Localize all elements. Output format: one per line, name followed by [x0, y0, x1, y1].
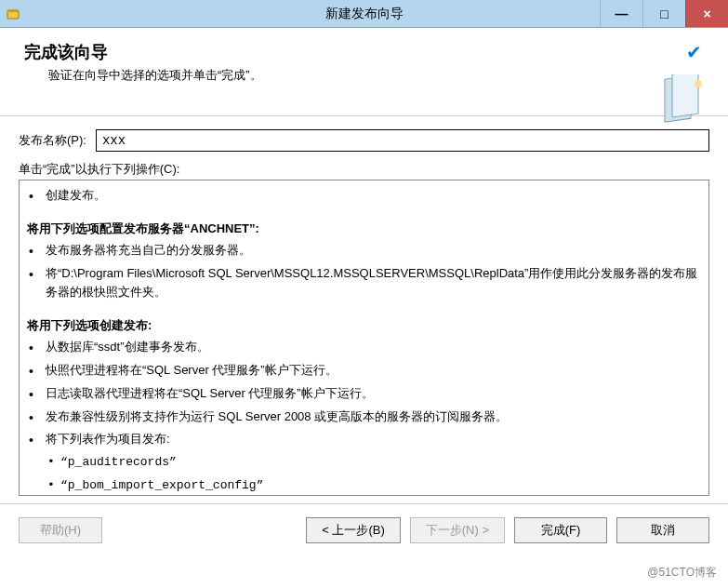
wizard-header: 完成该向导 验证在向导中选择的选项并单击“完成”。 ✔: [0, 28, 728, 116]
list-item: 将“D:\Program Files\Microsoft SQL Server\…: [42, 262, 701, 305]
list-item: 创建发布。: [42, 184, 701, 207]
wizard-banner-icon: [659, 74, 704, 128]
back-button[interactable]: < 上一步(B): [306, 517, 401, 543]
close-button[interactable]: ×: [685, 0, 728, 27]
window-title: 新建发布向导: [325, 6, 404, 22]
page-title: 完成该向导: [24, 41, 704, 63]
watermark: @51CTO博客: [647, 565, 717, 581]
publish-name-row: 发布名称(P):: [19, 129, 709, 152]
svg-point-4: [695, 80, 702, 87]
list-item: 发布兼容性级别将支持作为运行 SQL Server 2008 或更高版本的服务器…: [42, 406, 701, 429]
help-button[interactable]: 帮助(H): [19, 517, 102, 543]
list-item: 快照代理进程将在“SQL Server 代理服务”帐户下运行。: [42, 359, 701, 382]
finish-button[interactable]: 完成(F): [514, 517, 607, 543]
publish-name-label: 发布名称(P):: [19, 132, 86, 149]
svg-rect-1: [7, 10, 19, 12]
list-item: 从数据库“ssdt”创建事务发布。: [42, 336, 701, 359]
titlebar: 新建发布向导 — □ ×: [0, 0, 728, 28]
list-item: 将下列表作为项目发布:: [42, 428, 701, 451]
list-item: 发布服务器将充当自己的分发服务器。: [42, 239, 701, 262]
minimize-button[interactable]: —: [600, 0, 642, 27]
page-subtitle: 验证在向导中选择的选项并单击“完成”。: [48, 67, 704, 84]
button-bar: 帮助(H) < 上一步(B) 下一步(N) > 完成(F) 取消: [0, 503, 728, 555]
section-title: 将用下列选项配置发布服务器“ANCHNET”:: [23, 220, 701, 237]
list-item: 日志读取器代理进程将在“SQL Server 代理服务”帐户下运行。: [42, 382, 701, 406]
svg-rect-3: [672, 74, 698, 117]
wizard-content: 发布名称(P): 单击“完成”以执行下列操作(C): 创建发布。 将用下列选项配…: [0, 116, 728, 503]
cancel-button[interactable]: 取消: [616, 517, 709, 543]
publish-name-input[interactable]: [96, 129, 709, 152]
operations-list[interactable]: 创建发布。 将用下列选项配置发布服务器“ANCHNET”: 发布服务器将充当自己…: [19, 180, 709, 496]
list-item: “p_bom_import_export_config”: [60, 474, 701, 496]
operations-label: 单击“完成”以执行下列操作(C):: [19, 161, 709, 178]
checkmark-icon: ✔: [686, 41, 702, 63]
maximize-button[interactable]: □: [642, 0, 685, 27]
app-icon: [6, 7, 20, 21]
window-controls: — □ ×: [600, 0, 728, 27]
list-item: “p_auditrecords”: [60, 451, 701, 474]
section-title: 将用下列选项创建发布:: [23, 317, 701, 334]
next-button: 下一步(N) >: [410, 517, 505, 543]
